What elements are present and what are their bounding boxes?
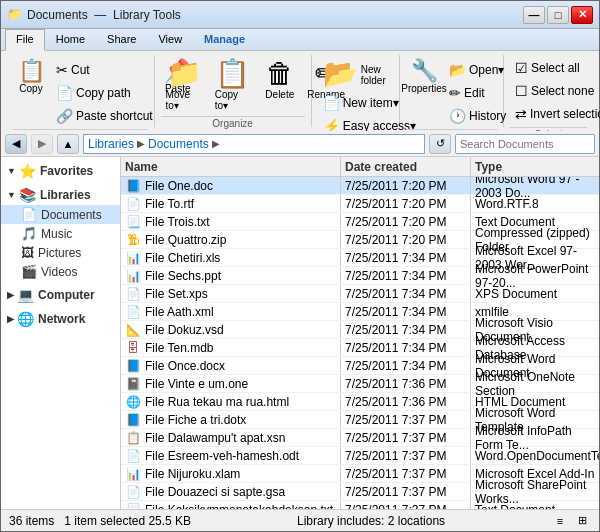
select-none-icon: ☐ [515,83,528,99]
properties-button[interactable]: 🔧 Properties [406,57,442,97]
new-item-button[interactable]: 📄 New item▾ [318,92,404,114]
file-name-cell: 📃 File Trois.txt [121,213,341,230]
file-icon: 📃 [125,502,141,510]
nav-section-favorites: ▼ ⭐ Favorites [1,161,120,181]
col-header-date[interactable]: Date created [341,157,471,176]
file-date-cell: 7/25/2011 7:34 PM [341,303,471,320]
edit-icon: ✏ [449,85,461,101]
sidebar-item-documents[interactable]: 📄 Documents [1,205,120,224]
tab-share[interactable]: Share [96,29,147,50]
tab-view[interactable]: View [147,29,193,50]
file-icon: 📃 [125,214,141,230]
file-name-cell: 📄 File Aath.xml [121,303,341,320]
copy-button[interactable]: 📋 Copy [13,57,49,97]
file-name: File Douazeci si sapte.gsa [145,485,285,499]
invert-selection-button[interactable]: ⇄ Invert selection [510,103,600,125]
computer-header[interactable]: ▶ 💻 Computer [1,285,120,305]
address-path[interactable]: Libraries ▶ Documents ▶ [83,134,425,154]
open-icon: 📂 [449,62,466,78]
copy-to-button[interactable]: 📋 Copy to▾ [210,57,256,114]
new-folder-button[interactable]: 📂 Newfolder [318,57,391,91]
close-button[interactable]: ✕ [571,6,593,24]
minimize-button[interactable]: — [523,6,545,24]
open-button[interactable]: 📂 Open▾ [444,59,511,81]
delete-button[interactable]: 🗑 Delete [258,57,302,114]
file-name: File Ten.mdb [145,341,213,355]
file-name-cell: 📓 File Vinte e um.one [121,375,341,392]
col-header-type[interactable]: Type [471,157,599,176]
table-row[interactable]: 📓 File Vinte e um.one 7/25/2011 7:36 PM … [121,375,599,393]
path-separator-1: ▶ [137,138,145,149]
search-box[interactable]: 🔍 [455,134,595,154]
select-all-button[interactable]: ☑ Select all [510,57,585,79]
file-icon: 🌐 [125,394,141,410]
sidebar-item-music[interactable]: 🎵 Music [1,224,120,243]
path-segment-documents[interactable]: Documents [148,137,209,151]
table-row[interactable]: 📋 File Dalawampu't apat.xsn 7/25/2011 7:… [121,429,599,447]
move-to-button[interactable]: 📁 Move to▾ [161,57,208,114]
view-details-button[interactable]: ≡ [551,512,569,530]
forward-button[interactable]: ▶ [31,134,53,154]
organize-label: Organize [161,116,305,129]
select-none-button[interactable]: ☐ Select none [510,80,599,102]
tab-home[interactable]: Home [45,29,96,50]
edit-button[interactable]: ✏ Edit [444,82,511,104]
select-all-icon: ☑ [515,60,528,76]
search-input[interactable] [460,138,598,150]
table-row[interactable]: 📊 File Sechs.ppt 7/25/2011 7:34 PM Micro… [121,267,599,285]
table-row[interactable]: 📄 File Esreem-veh-hamesh.odt 7/25/2011 7… [121,447,599,465]
history-button[interactable]: 🕐 History [444,105,511,127]
file-date-cell: 7/25/2011 7:37 PM [341,447,471,464]
file-name-cell: 📘 File One.doc [121,177,341,194]
path-segment-libraries[interactable]: Libraries [88,137,134,151]
maximize-button[interactable]: □ [547,6,569,24]
table-row[interactable]: 📘 File One.doc 7/25/2011 7:20 PM Microso… [121,177,599,195]
documents-icon: 📄 [21,207,37,222]
libraries-header[interactable]: ▼ 📚 Libraries [1,185,120,205]
table-row[interactable]: 📄 File Set.xps 7/25/2011 7:34 PM XPS Doc… [121,285,599,303]
invert-selection-icon: ⇄ [515,106,527,122]
ribbon-group-clipboard: 📋 Copy ✂ Cut 📄 Copy path 🔗 Paste shortcu… [7,55,155,127]
ribbon-group-open: 🔧 Properties 📂 Open▾ ✏ Edit 🕐 History [400,55,504,127]
view-large-icons-button[interactable]: ⊞ [573,512,591,530]
copy-path-button[interactable]: 📄 Copy path [51,82,158,104]
sidebar-item-pictures[interactable]: 🖼 Pictures [1,243,120,262]
network-header[interactable]: ▶ 🌐 Network [1,309,120,329]
file-type-cell: Text Document [471,501,599,509]
libraries-chevron: ▼ [7,190,16,200]
up-button[interactable]: ▲ [57,134,79,154]
file-name-cell: 📃 File Kaksikymmenetakahdeksan.txt [121,501,341,509]
file-name: File Esreem-veh-hamesh.odt [145,449,299,463]
file-name-cell: 📘 File Once.docx [121,357,341,374]
sidebar-item-videos[interactable]: 🎬 Videos [1,262,120,281]
back-button[interactable]: ◀ [5,134,27,154]
network-icon: 🌐 [17,311,34,327]
view-controls: ≡ ⊞ [551,512,591,530]
nav-section-computer: ▶ 💻 Computer [1,285,120,305]
col-header-name[interactable]: Name [121,157,341,176]
tab-file[interactable]: File [5,29,45,51]
table-row[interactable]: 📃 File Kaksikymmenetakahdeksan.txt 7/25/… [121,501,599,509]
file-date-cell: 7/25/2011 7:37 PM [341,483,471,500]
file-name-cell: 📊 File Nijuroku.xlam [121,465,341,482]
refresh-button[interactable]: ↺ [429,134,451,154]
file-name: File To.rtf [145,197,194,211]
window-title: Documents — Library Tools [27,8,523,22]
cut-button[interactable]: ✂ Cut [51,59,158,81]
tab-manage[interactable]: Manage [193,29,256,50]
file-icon: 📄 [125,196,141,212]
new-item-icon: 📄 [323,95,340,111]
file-icon: 📄 [125,304,141,320]
file-list-header: Name Date created Type [121,157,599,177]
file-type-cell: Microsoft OneNote Section [471,375,599,392]
file-name: File Fiche a tri.dotx [145,413,246,427]
table-row[interactable]: 📄 File Douazeci si sapte.gsa 7/25/2011 7… [121,483,599,501]
organize-buttons: 📁 Move to▾ 📋 Copy to▾ 🗑 Delete ✏ Rename [161,55,305,114]
favorites-header[interactable]: ▼ ⭐ Favorites [1,161,120,181]
file-name-cell: 🗜 File Quattro.zip [121,231,341,248]
table-row[interactable]: 📄 File To.rtf 7/25/2011 7:20 PM Word.RTF… [121,195,599,213]
file-name: File One.doc [145,179,213,193]
file-icon: 📘 [125,178,141,194]
file-name-cell: 📋 File Dalawampu't apat.xsn [121,429,341,446]
paste-shortcut-button[interactable]: 🔗 Paste shortcut [51,105,158,127]
